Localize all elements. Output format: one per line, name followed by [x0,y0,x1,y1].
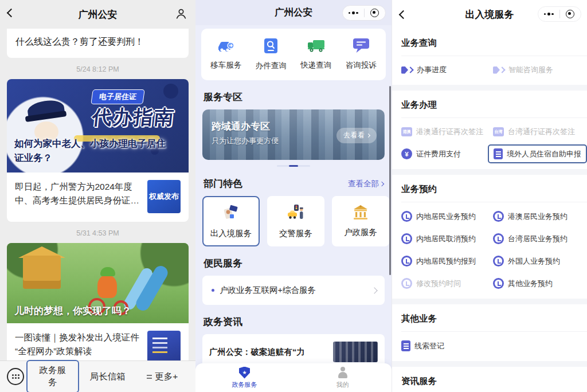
query-items: 办事进度 智能咨询服务 [392,56,587,85]
clock-icon [493,233,504,244]
service-item-other-booking[interactable]: 其他业务预约 [493,278,582,289]
service-item-foreigner-booking[interactable]: 外国人业务预约 [493,256,582,266]
service-item-foreigner-lodging-declare[interactable]: 境外人员住宿自助申报 [488,144,587,163]
clock-icon [493,278,504,289]
traffic-police-icon [287,204,304,223]
view-all-link[interactable]: 查看全部 [348,179,383,189]
carousel-indicator [277,165,310,167]
miniprogram-header: 广州公安 [195,0,392,25]
service-item-modify-time[interactable]: 修改预约时间 [401,278,493,289]
section-title-dept-features: 部门特色 [204,177,242,190]
keyboard-icon[interactable] [7,368,24,385]
quick-service-label: 快递查询 [300,60,331,70]
dept-cards-row: 出入境服务 交警服务 户政服务 [202,196,392,246]
article-thumbnail: 权威发布 [147,180,181,213]
close-minimize-icon[interactable] [560,7,581,21]
quick-service-case-query[interactable]: 办件查询 [249,38,294,71]
menu-item-mailbox[interactable]: 局长信箱 [81,371,134,383]
service-item-clue-register[interactable]: 线索登记 [401,340,493,351]
clock-icon [493,256,504,266]
progress-icon [401,66,413,74]
close-minimize-icon[interactable] [365,6,386,20]
dept-card-household[interactable]: 户政服务 [332,196,389,246]
wechat-chat-panel: 广州公安 什么线这么贵？剪了还要判刑！ 5/24 8:12 PM 电子居住证 代… [0,0,195,392]
menu-item-more[interactable]: 更多+ [136,371,189,383]
news-headline: 广州公安：破案追赃有“力 [209,346,327,358]
case-search-icon [264,38,278,56]
section-separator [392,169,587,175]
section-title-booking: 业务预约 [392,175,587,202]
miniprogram-home-panel: 广州公安 移车服务 办件查询 快递查询 咨询投诉 [195,0,392,392]
carousel-active-dot [289,165,298,167]
section-title-info: 资讯服务 [392,367,587,392]
article-cover-image: 儿时的梦想，你实现了吗？ [7,243,189,323]
chevron-right-icon [379,181,384,186]
article-card-2[interactable]: 儿时的梦想，你实现了吗？ 一图读懂｜换发补发出入境证件“全程网办”政策解读 [7,243,189,373]
service-item-taiwan-endorsement[interactable]: 台湾通行证再次签注 [493,127,587,137]
tab-services[interactable]: ★ 政务服务 [195,363,294,392]
three-phone-screens: 广州公安 什么线这么贵？剪了还要判刑！ 5/24 8:12 PM 电子居住证 代… [0,0,587,392]
timestamp: 5/31 4:53 PM [0,229,195,237]
article-card-1[interactable]: 电子居住证 代办指南 如何为家中老人、小孩办理电子居住证业务？ 即日起，广州警方… [7,79,189,222]
service-item-mainland-checkin[interactable]: 内地居民预约报到 [401,256,493,266]
section-separator [392,85,587,91]
section-title-news: 政务资讯 [204,315,383,328]
scrollbar[interactable] [389,86,391,275]
decorative-dot [163,84,178,99]
clock-icon [401,256,412,266]
menu-item-services[interactable]: 政务服务 [26,360,79,392]
cross-region-banner[interactable]: 跨域通办专区 只为让您办事更方便 去看看 [202,109,385,160]
article-snippet: 一图读懂｜换发补发出入境证件“全程网办”政策解读 [15,331,142,364]
tab-mine[interactable]: 我的 [294,363,392,392]
playground-tower-illustration [23,256,61,289]
service-item-progress[interactable]: 办事进度 [401,65,493,75]
dept-card-exit-entry[interactable]: 出入境服务 [202,196,260,246]
progress-icon [493,66,504,74]
service-item-mainland-booking[interactable]: 内地居民业务预约 [401,211,493,222]
back-icon[interactable] [399,10,408,19]
profile-icon[interactable] [175,7,187,22]
page-header: 出入境服务 [392,0,587,29]
services-menu-button[interactable]: 政务服务 [26,360,79,392]
miniprogram-tabbar: ★ 政务服务 我的 [195,363,392,392]
booking-items: 内地居民业务预约 港澳居民业务预约 内地居民取消预约 台湾居民业务预约 内地居民… [392,202,587,299]
section-separator [392,299,587,304]
banner-go-button[interactable]: 去看看 [336,128,377,143]
section-title-handle: 业务办理 [392,91,587,117]
service-item-taiwan-booking[interactable]: 台湾居民业务预约 [493,233,582,244]
more-options-icon[interactable] [538,7,559,21]
wechat-capsule [538,6,581,22]
tab-label: 政务服务 [232,381,257,389]
service-item-hk-macau-booking[interactable]: 港澳居民业务预约 [493,211,582,222]
quick-service-consult-complaint[interactable]: 咨询投诉 [339,38,384,71]
helmet-illustration [100,267,115,276]
dept-card-label: 户政服务 [344,227,377,238]
chat-icon [353,38,370,55]
yuan-pay-icon [401,148,412,159]
service-item-mainland-cancel[interactable]: 内地居民取消预约 [401,233,493,244]
convenience-service-item[interactable]: 户政业务互联网+综合服务 [202,276,385,305]
timestamp: 5/24 8:12 PM [0,65,195,73]
section-title-convenience: 便民服务 [204,257,383,270]
article-card-partial[interactable]: 什么线这么贵？剪了还要判刑！ [7,29,189,58]
other-items: 线索登记 [392,332,587,361]
cover-big-title: 代办指南 [91,104,177,131]
back-icon[interactable] [7,9,16,18]
cover-badge: 电子居住证 [91,89,145,104]
clock-icon [493,211,504,222]
service-item-hk-macau-endorsement[interactable]: 港澳通行证再次签注 [401,127,493,137]
convenience-item-label: 户政业务互联网+综合服务 [220,285,372,296]
quick-service-express-query[interactable]: 快递查询 [294,38,339,71]
dept-features-header: 部门特色 查看全部 [204,177,383,190]
dept-card-traffic-police[interactable]: 交警服务 [267,196,324,246]
service-item-smart-consult[interactable]: 智能咨询服务 [493,65,582,75]
hk-macau-pass-icon [401,127,412,136]
more-options-icon[interactable] [343,6,364,20]
kid-illustration [97,275,117,298]
handle-items: 港澳通行证再次签注 台湾通行证再次签注 证件费用支付 境外人员住宿自助申报 [392,118,587,169]
service-item-fee-payment[interactable]: 证件费用支付 [401,148,493,159]
page-title: 出入境服务 [465,8,514,21]
banner-title: 跨域通办专区 [212,120,270,133]
quick-service-move-car[interactable]: 移车服务 [204,38,249,71]
quick-service-label: 移车服务 [210,60,241,70]
